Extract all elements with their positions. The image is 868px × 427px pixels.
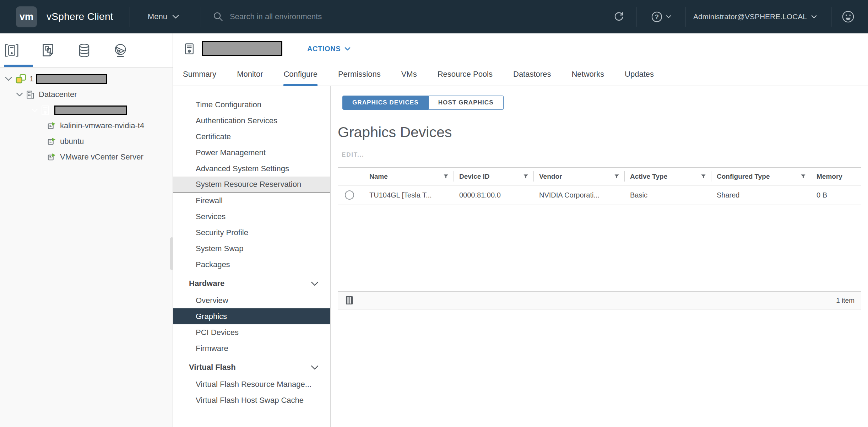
graphics-view-toggle: GRAPHICS DEVICES HOST GRAPHICS bbox=[342, 96, 504, 110]
column-header-memory[interactable]: Memory bbox=[811, 168, 861, 185]
subnav-group-label: Hardware bbox=[189, 279, 224, 288]
help-icon: ? bbox=[651, 11, 663, 23]
tree-item-vm[interactable]: ubuntu bbox=[0, 134, 173, 149]
storage-icon[interactable] bbox=[76, 43, 92, 58]
header-divider bbox=[685, 7, 685, 27]
vms-and-templates-icon[interactable] bbox=[40, 43, 56, 58]
refresh-icon[interactable] bbox=[613, 11, 624, 22]
edit-button[interactable]: EDIT... bbox=[342, 151, 364, 158]
column-header-device-id[interactable]: Device ID bbox=[454, 168, 533, 185]
panel-resize-handle[interactable] bbox=[170, 237, 173, 270]
subnav-item-firmware[interactable]: Firmware bbox=[173, 340, 330, 356]
tab-updates[interactable]: Updates bbox=[625, 70, 654, 86]
global-search-input[interactable]: Search in all environments bbox=[213, 11, 322, 22]
subnav-item-security-profile[interactable]: Security Profile bbox=[173, 225, 330, 240]
vcenter-icon bbox=[15, 74, 27, 84]
tree-item-datacenter[interactable]: Datacenter bbox=[0, 87, 173, 102]
column-selector-icon[interactable] bbox=[346, 296, 353, 305]
vm-icon bbox=[47, 121, 56, 130]
subnav-item-advanced-system-settings[interactable]: Advanced System Settings bbox=[173, 161, 330, 177]
tree-item-label: 1 bbox=[29, 74, 34, 83]
row-radio-button[interactable] bbox=[345, 190, 354, 200]
networking-icon[interactable] bbox=[113, 43, 128, 58]
subnav-item-time-configuration[interactable]: Time Configuration bbox=[173, 97, 330, 113]
tab-summary[interactable]: Summary bbox=[183, 70, 216, 86]
chevron-down-icon[interactable] bbox=[5, 77, 12, 81]
username-label: Administrator@VSPHERE.LOCAL bbox=[693, 12, 807, 21]
subnav-item-firewall[interactable]: Firewall bbox=[173, 193, 330, 209]
tab-vms[interactable]: VMs bbox=[401, 70, 417, 86]
subnav-item-system-resource-reservation[interactable]: System Resource Reservation bbox=[173, 177, 330, 193]
subnav-item-system-swap[interactable]: System Swap bbox=[173, 240, 330, 256]
subnav-item-graphics[interactable]: Graphics bbox=[173, 308, 330, 324]
subnav-group-virtual-flash[interactable]: Virtual Flash bbox=[173, 358, 330, 376]
hosts-and-clusters-icon[interactable] bbox=[4, 43, 20, 58]
entity-header-divider bbox=[290, 40, 290, 57]
actions-button[interactable]: ACTIONS bbox=[307, 45, 351, 53]
user-avatar-icon[interactable] bbox=[841, 10, 855, 23]
tab-networks[interactable]: Networks bbox=[571, 70, 604, 86]
subnav-item-pci-devices[interactable]: PCI Devices bbox=[173, 324, 330, 340]
item-count-label: 1 item bbox=[836, 297, 855, 304]
tree-item-label: kalinin-vmware-nvidia-t4 bbox=[60, 121, 144, 130]
inventory-nav-bar bbox=[0, 33, 173, 67]
table-row[interactable]: TU104GL [Tesla T... 0000:81:00.0 NVIDIA … bbox=[338, 185, 861, 205]
filter-icon[interactable] bbox=[701, 174, 706, 179]
subnav-group-hardware[interactable]: Hardware bbox=[173, 275, 330, 292]
subnav-item-certificate[interactable]: Certificate bbox=[173, 129, 330, 145]
graphics-devices-toggle-button[interactable]: GRAPHICS DEVICES bbox=[342, 96, 429, 110]
column-label: Active Type bbox=[630, 173, 667, 180]
tab-configure[interactable]: Configure bbox=[283, 70, 317, 86]
row-radio-cell bbox=[338, 190, 364, 200]
header-divider bbox=[130, 7, 130, 27]
host-graphics-toggle-button[interactable]: HOST GRAPHICS bbox=[429, 96, 504, 110]
cell-configured-type: Shared bbox=[711, 191, 811, 199]
vmware-logo-text: vm bbox=[20, 11, 33, 22]
filter-icon[interactable] bbox=[614, 174, 619, 179]
tab-monitor[interactable]: Monitor bbox=[237, 70, 263, 86]
subnav-item-packages[interactable]: Packages bbox=[173, 256, 330, 272]
column-label: Memory bbox=[817, 173, 842, 180]
chevron-down-icon[interactable] bbox=[16, 92, 23, 97]
column-header-active-type[interactable]: Active Type bbox=[624, 168, 711, 185]
graphics-devices-table: Name Device ID Vendor bbox=[338, 167, 861, 309]
header-divider bbox=[831, 7, 831, 27]
subnav-item-virtual-flash-host-swap-cache[interactable]: Virtual Flash Host Swap Cache bbox=[173, 392, 330, 408]
column-header-name[interactable]: Name bbox=[364, 168, 454, 185]
tab-resource-pools[interactable]: Resource Pools bbox=[438, 70, 493, 86]
filter-icon[interactable] bbox=[443, 174, 449, 179]
user-menu-button[interactable]: Administrator@VSPHERE.LOCAL bbox=[693, 12, 817, 21]
subnav-item-services[interactable]: Services bbox=[173, 209, 330, 225]
column-header-configured-type[interactable]: Configured Type bbox=[711, 168, 811, 185]
chevron-down-icon bbox=[172, 15, 179, 19]
tab-permissions[interactable]: Permissions bbox=[338, 70, 381, 86]
subnav-item-authentication-services[interactable]: Authentication Services bbox=[173, 113, 330, 129]
tree-item-vm[interactable]: kalinin-vmware-nvidia-t4 bbox=[0, 118, 173, 134]
filter-icon[interactable] bbox=[523, 174, 528, 179]
help-menu-button[interactable]: ? bbox=[651, 11, 671, 23]
tree-item-label: Datacenter bbox=[39, 90, 77, 99]
host-icon bbox=[185, 43, 194, 55]
redacted-host-name bbox=[54, 106, 127, 115]
chevron-down-icon[interactable] bbox=[32, 108, 38, 112]
column-header-vendor[interactable]: Vendor bbox=[533, 168, 624, 185]
search-placeholder: Search in all environments bbox=[230, 12, 322, 21]
chevron-down-icon bbox=[311, 365, 319, 370]
tree-item-vcenter[interactable]: 1 bbox=[0, 71, 173, 87]
tree-item-vm[interactable]: VMware vCenter Server bbox=[0, 149, 173, 165]
subnav-item-virtual-flash-resource-management[interactable]: Virtual Flash Resource Manage... bbox=[173, 376, 330, 392]
cell-name: TU104GL [Tesla T... bbox=[364, 191, 454, 199]
header-divider bbox=[636, 7, 636, 27]
actions-label: ACTIONS bbox=[307, 45, 341, 53]
search-icon bbox=[213, 11, 223, 22]
subnav-item-power-management[interactable]: Power Management bbox=[173, 145, 330, 161]
vmware-logo[interactable]: vm bbox=[16, 6, 37, 27]
menu-button[interactable]: Menu bbox=[148, 12, 179, 21]
radio-column-header bbox=[338, 168, 364, 185]
filter-icon[interactable] bbox=[801, 174, 806, 179]
cell-active-type: Basic bbox=[624, 191, 711, 199]
tab-datastores[interactable]: Datastores bbox=[513, 70, 551, 86]
subnav-item-overview[interactable]: Overview bbox=[173, 292, 330, 308]
tree-item-host-selected[interactable] bbox=[0, 102, 173, 118]
host-icon bbox=[41, 105, 49, 115]
